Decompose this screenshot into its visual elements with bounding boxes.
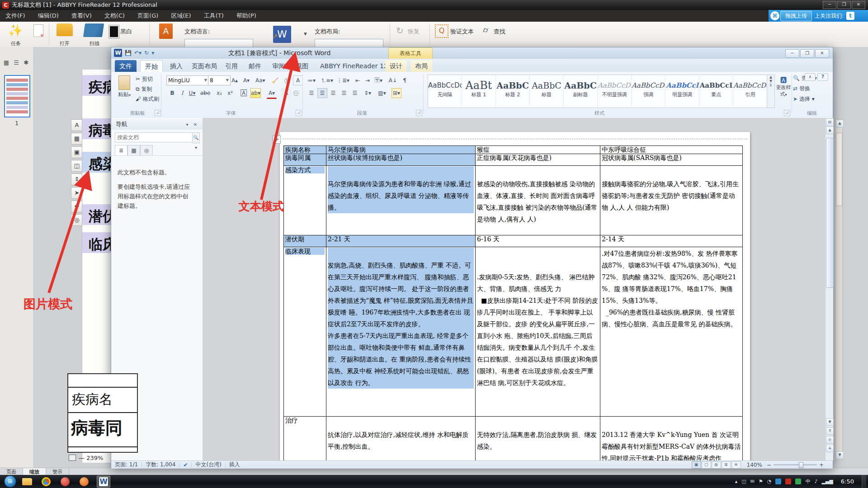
increase-indent-icon[interactable]: ⇥	[363, 75, 373, 85]
clipboard-dialog-launcher[interactable]: ◿	[155, 110, 161, 116]
tab-references[interactable]: 引用	[221, 60, 242, 72]
tab-view[interactable]: 视图	[291, 60, 313, 72]
verify-text-label[interactable]: 验证文本	[450, 28, 474, 36]
word-export-icon[interactable]: W↗	[273, 26, 291, 43]
cell-mers-treatment[interactable]: 2013.12 香港大学 Kv^k-Yung Yuen 首 次证明霉酚酸具有针对…	[602, 417, 741, 460]
previous-page-icon[interactable]: ⇈	[826, 427, 834, 435]
style-heading1[interactable]: AaBt 标题 1	[462, 75, 496, 108]
distribute-icon[interactable]: ☰	[350, 88, 360, 98]
cell-marburg-incubation[interactable]: 2-21 天	[328, 236, 474, 243]
zoom-out-icon[interactable]: −	[767, 462, 771, 468]
menu-tools[interactable]: 工具(T)	[204, 12, 224, 20]
nav-close-icon[interactable]: ✕	[192, 121, 199, 128]
cell-virus-genus-label[interactable]: 病毒同属	[285, 155, 325, 161]
font-color-icon[interactable]: A▾	[267, 88, 277, 99]
search-input[interactable]	[115, 132, 193, 142]
find-binoculars-icon[interactable]: ⌭	[483, 25, 488, 34]
spellcheck-icon[interactable]: ✔	[183, 462, 188, 468]
tray-blue-app-icon[interactable]	[775, 479, 781, 484]
cell-monkeypox-treatment[interactable]: 无特效疗法,隔离患者,防治皮肤病 损、继发感染。	[477, 417, 599, 452]
ribbon-collapse-icon[interactable]: ∧	[805, 73, 816, 81]
text-region-icon[interactable]: A	[71, 119, 83, 131]
style-emphasis[interactable]: AaBbCcDa 强调	[632, 75, 665, 108]
abbyy-close-button[interactable]: ✕	[852, 1, 865, 9]
font-size-combo[interactable]: 8▼	[208, 75, 231, 85]
menu-file[interactable]: 文件(F)	[5, 12, 25, 20]
page-thumbnail[interactable]	[4, 75, 30, 117]
menu-page[interactable]: 页面(G)	[137, 12, 158, 20]
status-language[interactable]: 中文(台湾)	[195, 461, 221, 469]
shrink-font-icon[interactable]: A▾	[241, 75, 251, 85]
cell-mers-clinical[interactable]: .对47位患者病症分析:发热98%、发 热伴畏寒寒战87%、咳嗽83%(干咳 4…	[602, 248, 741, 330]
zoom-in-icon[interactable]: +	[819, 462, 824, 468]
style-title[interactable]: AaBbC 标题	[530, 75, 564, 108]
decrease-indent-icon[interactable]: ⇤	[353, 75, 363, 85]
italic-icon[interactable]: I	[177, 88, 187, 98]
text-effects-icon[interactable]: 🄰	[239, 88, 249, 98]
taskbar-word-icon[interactable]: W	[97, 476, 110, 488]
clock[interactable]: 6:50	[841, 478, 854, 485]
font-name-combo[interactable]: MingLiU▼	[166, 75, 209, 85]
draft-view-icon[interactable]: ≡	[731, 461, 741, 469]
tray-display-icon[interactable]: ◫	[741, 479, 746, 484]
doc-language-combo[interactable]	[184, 39, 253, 48]
cell-mers-incubation[interactable]: 2-14 天	[602, 236, 741, 243]
menu-view[interactable]: 查看(V)	[71, 12, 92, 20]
cell-monkeypox-transmission[interactable]: 被感染的动物咬伤,直接接触被感 染动物的血液、体液,直接、长时间 面对面含病毒呼…	[477, 166, 599, 225]
tab-layout[interactable]: 布局	[410, 60, 432, 72]
cell-treatment-label[interactable]: 治疗	[285, 417, 325, 424]
bottom-tab-pages[interactable]: 页面	[0, 468, 23, 475]
select-button[interactable]: ➤ 选择 ▾	[793, 95, 817, 103]
taskbar-explorer-icon[interactable]	[21, 476, 33, 487]
copy-button[interactable]: ⧉ 复制	[136, 85, 152, 93]
disease-table[interactable]: 疾病名称 马尔堡病毒病 猴痘 中东呼吸综合征 病毒同属 丝状病毒(埃博拉病毒也是…	[283, 145, 743, 460]
redo-icon[interactable]: ↻	[144, 50, 149, 56]
task-wand-icon[interactable]: ✨	[8, 23, 24, 39]
clear-formatting-icon[interactable]: 🧹	[270, 75, 280, 85]
word-export-dropdown-icon[interactable]: ▼	[304, 32, 307, 36]
status-wordcount[interactable]: 字数: 1,004	[146, 461, 175, 469]
line-spacing-icon[interactable]: ⇕▾	[363, 88, 373, 98]
tab-mailings[interactable]: 邮件	[244, 60, 266, 72]
cell-marburg-transmission[interactable]: 马尔堡病毒病传染源为患者和带毒的非洲 绿猴,通过感染的血液、组织、尿及呼吸道 分…	[328, 166, 474, 213]
zoom-percent[interactable]: 140%	[747, 462, 762, 468]
tray-mail-icon[interactable]: ✉	[750, 479, 755, 484]
scan-icon[interactable]	[83, 23, 104, 37]
tab-abbyy-finereader[interactable]: ABBYY FineReader 12	[316, 60, 392, 72]
tray-volume-icon[interactable]: ♪	[814, 479, 817, 484]
status-insert-mode[interactable]: 插入	[229, 461, 240, 469]
styles-gallery-scroll[interactable]: ▲▼⊻	[767, 75, 775, 108]
paste-button[interactable]: 粘贴▾	[116, 75, 133, 103]
zoom-slider-thumb[interactable]	[799, 462, 803, 468]
superscript-icon[interactable]: x²	[225, 88, 235, 98]
bw-label[interactable]: 黑白	[120, 28, 132, 36]
nav-dropdown-icon[interactable]: ▾	[184, 121, 191, 128]
redo-icon[interactable]: ↻	[396, 25, 404, 36]
move-region-icon[interactable]: ⇕	[71, 174, 83, 185]
replace-button[interactable]: ⇄ 替换	[793, 85, 817, 93]
abbyy-scroll-down-icon[interactable]: ▼	[836, 451, 844, 459]
style-heading2[interactable]: AaBbC 标题 2	[496, 75, 530, 108]
zoom-tool-icon[interactable]: ◎	[71, 214, 83, 226]
barcode-region-icon[interactable]: ◫	[71, 160, 83, 172]
show-desktop-button[interactable]	[862, 475, 866, 488]
tab-insert[interactable]: 插入	[165, 60, 187, 72]
borders-icon[interactable]: ⊞▾	[392, 88, 401, 98]
cell-monkeypox-name[interactable]: 猴痘	[477, 146, 599, 153]
twitter-icon[interactable]: t	[846, 12, 854, 20]
cell-mers-genus[interactable]: 冠状病毒属(SARS病毒也是)	[602, 155, 741, 161]
undo-icon[interactable]: ↶▾	[134, 50, 142, 56]
word-scrollbar[interactable]: ▤ ▲ ▼ ⇈ ◎ ⇊	[825, 118, 833, 460]
bottom-tab-zoom[interactable]: 缩放	[23, 468, 46, 475]
cell-marburg-clinical[interactable]: 发病急,高烧、剧烈头痛、肌肉酸痛、严重 不适。可在第三天开始出现严重水样腹泻、 …	[328, 248, 474, 389]
cell-transmission-label[interactable]: 感染方式	[285, 166, 325, 174]
font-dialog-launcher[interactable]: ◿	[296, 110, 302, 116]
bullets-icon[interactable]: ≔▾	[307, 75, 316, 85]
table-move-handle[interactable]: ✛	[273, 136, 281, 144]
scroll-thumb[interactable]	[826, 138, 834, 288]
scroll-up-icon[interactable]: ▲	[826, 127, 834, 134]
taskbar-browser2-icon[interactable]	[78, 476, 90, 487]
change-styles-button[interactable]: 🅰 更改样式▾	[776, 75, 791, 98]
bottom-tab-warnings[interactable]: 警示	[46, 468, 69, 475]
bold-icon[interactable]: B	[167, 88, 177, 98]
